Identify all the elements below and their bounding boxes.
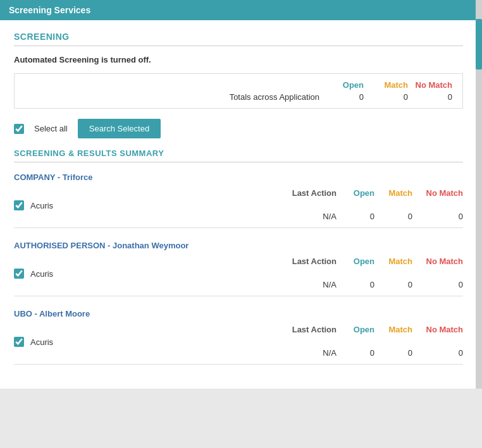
totals-label: Totals across Application <box>25 92 319 102</box>
summary-divider <box>14 162 463 162</box>
totals-match-header: Match <box>364 80 408 90</box>
entity-row-2: Acuris <box>14 337 463 347</box>
entity-title-0: COMPANY - Triforce <box>14 173 463 182</box>
main-window: Screening Services SCREENING Automated S… <box>0 0 482 389</box>
select-row: Select all Search Selected <box>14 119 463 138</box>
select-all-label[interactable]: Select all <box>14 124 68 134</box>
entity-block-0: COMPANY - Triforce Last Action Open Matc… <box>14 173 463 228</box>
entity-match-1: 0 <box>374 280 412 289</box>
totals-nomatch-value: 0 <box>408 92 452 102</box>
screening-section-title: SCREENING <box>14 32 463 42</box>
entity-header-row-0: Last Action Open Match No Match <box>14 188 463 198</box>
entity-last-action-2: N/A <box>273 348 337 358</box>
screening-divider <box>14 45 463 46</box>
entity-header-match-1: Match <box>374 257 412 266</box>
scrollbar-thumb[interactable] <box>476 19 482 70</box>
entity-values-row-2: N/A 0 0 0 <box>14 348 463 358</box>
entity-checkbox-1[interactable] <box>14 269 24 279</box>
entity-row-0: Acuris <box>14 200 463 210</box>
totals-box: Open Match No Match Totals across Applic… <box>14 73 463 109</box>
title-bar: Screening Services <box>0 0 482 20</box>
search-selected-button[interactable]: Search Selected <box>78 119 161 138</box>
entity-provider-0: Acuris <box>30 201 94 210</box>
entity-header-match-2: Match <box>374 325 412 334</box>
title-bar-label: Screening Services <box>9 5 90 15</box>
entity-checkbox-2[interactable] <box>14 337 24 347</box>
entity-open-1: 0 <box>337 280 374 289</box>
entity-header-last-action-0: Last Action <box>273 188 337 198</box>
entity-checkbox-0[interactable] <box>14 200 24 210</box>
select-all-text: Select all <box>34 124 68 133</box>
entity-header-open-1: Open <box>337 257 374 266</box>
entity-match-0: 0 <box>374 212 412 221</box>
entity-last-action-1: N/A <box>273 280 337 289</box>
totals-nomatch-header: No Match <box>408 80 452 90</box>
entity-header-nomatch-0: No Match <box>412 188 463 198</box>
scrollbar[interactable] <box>476 0 482 389</box>
entity-header-open-2: Open <box>337 325 374 334</box>
entity-open-2: 0 <box>337 348 374 358</box>
entity-header-last-action-2: Last Action <box>273 325 337 334</box>
entity-header-open-0: Open <box>337 188 374 198</box>
totals-header-row: Open Match No Match <box>25 80 452 90</box>
auto-screening-notice: Automated Screening is turned off. <box>14 55 463 64</box>
totals-open-value: 0 <box>319 92 364 102</box>
entity-title-1: AUTHORISED PERSON - Jonathan Weymoor <box>14 241 463 250</box>
content-area: SCREENING Automated Screening is turned … <box>0 20 482 389</box>
select-all-checkbox[interactable] <box>14 124 24 134</box>
entity-match-2: 0 <box>374 348 412 358</box>
entity-nomatch-1: 0 <box>412 280 463 289</box>
entity-nomatch-0: 0 <box>412 212 463 221</box>
entity-block-divider-0 <box>14 227 463 228</box>
entity-header-match-0: Match <box>374 188 412 198</box>
entity-block-1: AUTHORISED PERSON - Jonathan Weymoor Las… <box>14 241 463 296</box>
entity-values-row-0: N/A 0 0 0 <box>14 212 463 221</box>
entity-header-nomatch-1: No Match <box>412 257 463 266</box>
entity-provider-1: Acuris <box>30 269 94 279</box>
entity-open-0: 0 <box>337 212 374 221</box>
entity-last-action-0: N/A <box>273 212 337 221</box>
entity-header-last-action-1: Last Action <box>273 257 337 266</box>
entity-block-divider-1 <box>14 296 463 296</box>
entity-block-divider-2 <box>14 364 463 365</box>
totals-match-value: 0 <box>364 92 408 102</box>
totals-open-header: Open <box>319 80 364 90</box>
totals-data-row: Totals across Application 0 0 0 <box>25 92 452 102</box>
entity-values-row-1: N/A 0 0 0 <box>14 280 463 289</box>
entity-block-2: UBO - Albert Moore Last Action Open Matc… <box>14 309 463 365</box>
entity-header-row-1: Last Action Open Match No Match <box>14 257 463 266</box>
entity-header-nomatch-2: No Match <box>412 325 463 334</box>
summary-section-title: SCREENING & RESULTS SUMMARY <box>14 148 463 158</box>
entity-title-2: UBO - Albert Moore <box>14 309 463 318</box>
entity-nomatch-2: 0 <box>412 348 463 358</box>
entity-header-row-2: Last Action Open Match No Match <box>14 325 463 334</box>
entity-provider-2: Acuris <box>30 337 94 347</box>
entity-row-1: Acuris <box>14 269 463 279</box>
